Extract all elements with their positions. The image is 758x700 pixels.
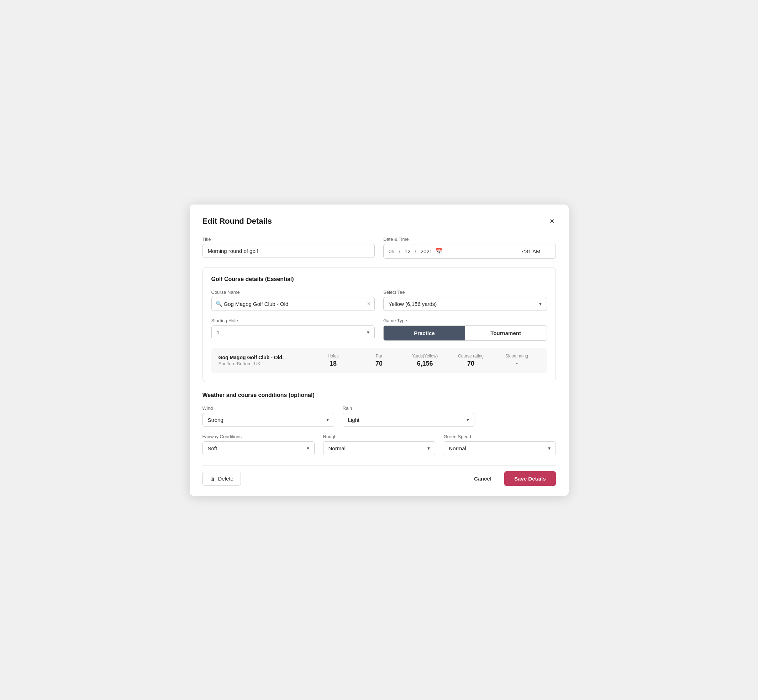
course-par-stat: Par 70	[356, 353, 402, 367]
chevron-down-fairway: ▾	[307, 445, 309, 451]
game-type-toggle: Practice Tournament	[383, 325, 547, 341]
date-year: 2021	[421, 248, 432, 254]
date-sep2: /	[415, 248, 417, 254]
select-tee-label: Select Tee	[383, 289, 547, 295]
chevron-down-rain: ▾	[467, 417, 469, 423]
rain-group: Rain Light ▾	[343, 405, 475, 427]
chevron-down-wind: ▾	[326, 417, 329, 423]
starting-hole-group: Starting Hole 1 ▾	[211, 318, 375, 341]
golf-course-section: Golf Course details (Essential) Course N…	[202, 267, 556, 382]
green-speed-value: Normal	[449, 445, 466, 452]
chevron-down-green: ▾	[548, 445, 551, 451]
course-tee-row: Course Name 🔍 × Select Tee Yellow (6,156…	[211, 289, 547, 311]
title-label: Title	[202, 236, 375, 242]
datetime-field-group: Date & Time 05 / 12 / 2021 📅 7:31 AM	[383, 236, 556, 259]
date-input-box[interactable]: 05 / 12 / 2021 📅	[383, 244, 506, 259]
calendar-icon: 📅	[435, 248, 442, 255]
fairway-label: Fairway Conditions	[202, 434, 315, 439]
datetime-inputs: 05 / 12 / 2021 📅 7:31 AM	[383, 244, 556, 259]
rain-label: Rain	[343, 405, 475, 411]
par-label: Par	[356, 353, 402, 359]
slope-rating-stat: Slope rating -	[494, 353, 540, 367]
yards-label: Yards(Yellow)	[402, 353, 448, 359]
fairway-group: Fairway Conditions Soft ▾	[202, 434, 315, 455]
tournament-toggle-btn[interactable]: Tournament	[465, 326, 547, 341]
game-type-label: Game Type	[383, 318, 547, 323]
datetime-label: Date & Time	[383, 236, 556, 242]
weather-bottom-row: Fairway Conditions Soft ▾ Rough Normal ▾…	[202, 434, 556, 455]
starting-hole-value: 1	[217, 330, 219, 336]
chevron-down-icon-2: ▾	[367, 330, 370, 335]
holes-value: 18	[310, 360, 356, 367]
search-icon: 🔍	[216, 300, 222, 307]
delete-button[interactable]: 🗑 Delete	[202, 472, 241, 486]
time-input-box[interactable]: 7:31 AM	[506, 244, 556, 259]
rain-value: Light	[348, 417, 360, 423]
wind-label: Wind	[202, 405, 334, 411]
fairway-dropdown[interactable]: Soft ▾	[202, 441, 315, 455]
rough-value: Normal	[329, 445, 346, 452]
course-name-label: Course Name	[211, 289, 375, 295]
course-name-display: Gog Magog Golf Club - Old,	[219, 355, 310, 360]
green-speed-label: Green Speed	[444, 434, 556, 439]
rough-group: Rough Normal ▾	[323, 434, 435, 455]
wind-group: Wind Strong ▾	[202, 405, 334, 427]
modal-footer: 🗑 Delete Cancel Save Details	[202, 465, 556, 486]
top-row: Title Date & Time 05 / 12 / 2021 📅 7:31 …	[202, 236, 556, 259]
wind-dropdown[interactable]: Strong ▾	[202, 413, 334, 427]
cancel-button[interactable]: Cancel	[468, 472, 497, 485]
modal-header: Edit Round Details ×	[202, 216, 556, 227]
save-button[interactable]: Save Details	[504, 471, 556, 486]
game-type-group: Game Type Practice Tournament	[383, 318, 547, 341]
footer-right: Cancel Save Details	[468, 471, 556, 486]
green-speed-group: Green Speed Normal ▾	[444, 434, 556, 455]
time-value: 7:31 AM	[521, 248, 540, 254]
fairway-value: Soft	[208, 445, 218, 452]
delete-label: Delete	[218, 475, 233, 481]
course-rating-label: Course rating	[448, 353, 494, 359]
select-tee-group: Select Tee Yellow (6,156 yards) ▾	[383, 289, 547, 311]
title-field-group: Title	[202, 236, 375, 259]
par-value: 70	[356, 360, 402, 367]
hole-gametype-row: Starting Hole 1 ▾ Game Type Practice Tou…	[211, 318, 547, 341]
weather-section-title: Weather and course conditions (optional)	[202, 392, 556, 398]
course-info-name: Gog Magog Golf Club - Old, Shelford Bott…	[219, 355, 310, 366]
title-input[interactable]	[202, 244, 375, 258]
starting-hole-dropdown[interactable]: 1 ▾	[211, 325, 375, 339]
chevron-down-rough: ▾	[428, 445, 430, 451]
date-month: 05	[388, 248, 395, 254]
modal-title: Edit Round Details	[202, 217, 272, 226]
course-holes-stat: Holes 18	[310, 353, 356, 367]
golf-section-title: Golf Course details (Essential)	[211, 276, 547, 283]
green-speed-dropdown[interactable]: Normal ▾	[444, 441, 556, 455]
course-name-input[interactable]	[211, 297, 375, 311]
course-rating-stat: Course rating 70	[448, 353, 494, 367]
slope-rating-label: Slope rating	[494, 353, 540, 359]
close-button[interactable]: ×	[548, 216, 556, 227]
course-name-search-wrap: 🔍 ×	[211, 297, 375, 311]
edit-round-modal: Edit Round Details × Title Date & Time 0…	[190, 205, 568, 496]
starting-hole-label: Starting Hole	[211, 318, 375, 323]
trash-icon: 🗑	[210, 475, 215, 481]
rough-label: Rough	[323, 434, 435, 439]
course-location: Shelford Bottom, UK	[219, 361, 310, 366]
wind-value: Strong	[208, 417, 224, 423]
weather-section: Weather and course conditions (optional)…	[202, 392, 556, 455]
rough-dropdown[interactable]: Normal ▾	[323, 441, 435, 455]
weather-top-row: Wind Strong ▾ Rain Light ▾	[202, 405, 556, 427]
practice-toggle-btn[interactable]: Practice	[384, 326, 465, 341]
select-tee-value: Yellow (6,156 yards)	[388, 301, 437, 307]
course-info-box: Gog Magog Golf Club - Old, Shelford Bott…	[211, 348, 547, 373]
date-day: 12	[405, 248, 411, 254]
course-name-group: Course Name 🔍 ×	[211, 289, 375, 311]
rain-dropdown[interactable]: Light ▾	[343, 413, 475, 427]
yards-value: 6,156	[402, 360, 448, 367]
slope-rating-value: -	[494, 360, 540, 367]
date-sep1: /	[399, 248, 400, 254]
select-tee-dropdown[interactable]: Yellow (6,156 yards) ▾	[383, 297, 547, 311]
chevron-down-icon: ▾	[539, 301, 542, 306]
course-rating-value: 70	[448, 360, 494, 367]
clear-icon[interactable]: ×	[367, 300, 370, 307]
course-yards-stat: Yards(Yellow) 6,156	[402, 353, 448, 367]
holes-label: Holes	[310, 353, 356, 359]
